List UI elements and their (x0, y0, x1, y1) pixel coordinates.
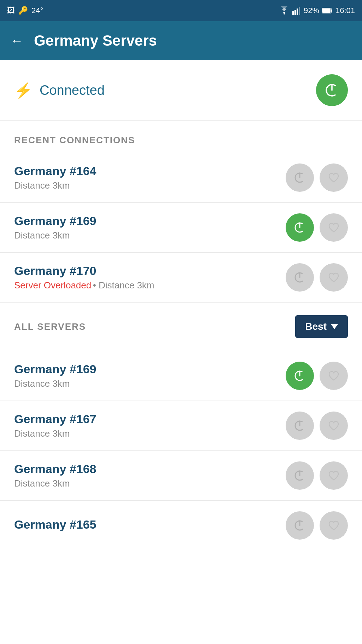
all-power-button-167[interactable] (286, 412, 314, 440)
svg-rect-3 (297, 8, 298, 15)
time: 16:01 (335, 6, 355, 15)
all-server-distance-168: Distance 3km (14, 478, 286, 489)
power-icon-170 (293, 271, 306, 284)
all-servers-label: ALL SERVERS (14, 321, 86, 332)
server-actions-164 (286, 163, 348, 192)
all-server-item-167: Germany #167 Distance 3km (0, 401, 362, 451)
recent-server-item-170: Germany #170 Server Overloaded • Distanc… (0, 253, 362, 303)
lightning-icon: ⚡ (14, 82, 33, 99)
distance-separator-170: • (93, 280, 99, 291)
all-power-icon-168 (293, 469, 306, 482)
all-server-item-165-partial: Germany #165 (0, 501, 362, 543)
all-server-name-165: Germany #165 (14, 518, 286, 531)
all-server-name-168: Germany #168 (14, 462, 286, 476)
heart-icon-170 (328, 272, 339, 283)
all-server-item-168: Germany #168 Distance 3km (0, 451, 362, 501)
all-favorite-button-165[interactable] (320, 511, 348, 540)
favorite-button-170[interactable] (320, 263, 348, 292)
chevron-down-icon (331, 324, 338, 329)
power-button-169-active[interactable] (286, 213, 314, 242)
all-favorite-button-167[interactable] (320, 412, 348, 440)
battery-icon (322, 7, 333, 14)
battery-text: 92% (304, 6, 319, 15)
server-actions-169 (286, 213, 348, 242)
page-title: Germany Servers (34, 32, 157, 49)
recent-connections-header: RECENT CONNECTIONS (0, 121, 362, 153)
all-server-info-165: Germany #165 (14, 518, 286, 534)
all-power-button-165[interactable] (286, 511, 314, 540)
server-info-169: Germany #169 Distance 3km (14, 214, 286, 241)
recent-server-item-164: Germany #164 Distance 3km (0, 153, 362, 203)
all-server-name-169: Germany #169 (14, 362, 286, 376)
app-header: ← Germany Servers (0, 21, 362, 60)
recent-server-item-169: Germany #169 Distance 3km (0, 203, 362, 253)
svg-rect-1 (292, 11, 294, 15)
status-bar: 🖼 🔑 24° 92% 16:01 (0, 0, 362, 21)
connection-status-left: ⚡ Connected (14, 82, 105, 99)
temperature: 24° (31, 6, 43, 15)
signal-icon (292, 6, 301, 15)
power-button-170[interactable] (286, 263, 314, 292)
server-status-170: Server Overloaded • Distance 3km (14, 280, 286, 291)
all-power-button-168[interactable] (286, 461, 314, 490)
server-info-164: Germany #164 Distance 3km (14, 164, 286, 191)
power-button-164[interactable] (286, 163, 314, 192)
server-name-164: Germany #164 (14, 164, 286, 178)
server-distance-164: Distance 3km (14, 180, 286, 191)
heart-icon-169 (328, 222, 339, 233)
server-info-170: Germany #170 Server Overloaded • Distanc… (14, 264, 286, 291)
svg-point-0 (284, 13, 285, 15)
sort-best-button[interactable]: Best (295, 315, 348, 338)
all-heart-icon-165 (328, 520, 339, 531)
all-heart-icon-167 (328, 420, 339, 431)
power-icon-164 (293, 171, 306, 184)
sort-label: Best (305, 321, 327, 332)
all-server-item-169: Germany #169 Distance 3km (0, 351, 362, 401)
server-name-170: Germany #170 (14, 264, 286, 278)
connection-status-section: ⚡ Connected (0, 60, 362, 121)
server-distance-170: Distance 3km (99, 280, 154, 291)
all-power-icon-165 (293, 519, 306, 532)
all-power-button-169-active[interactable] (286, 362, 314, 390)
power-icon-169 (293, 221, 306, 234)
power-icon-main (324, 82, 340, 98)
server-name-169: Germany #169 (14, 214, 286, 228)
all-server-distance-167: Distance 3km (14, 428, 286, 439)
favorite-button-169[interactable] (320, 213, 348, 242)
status-bar-left: 🖼 🔑 24° (7, 6, 43, 15)
favorite-button-164[interactable] (320, 163, 348, 192)
main-power-button[interactable] (316, 74, 348, 106)
all-server-actions-167 (286, 412, 348, 440)
all-server-actions-168 (286, 461, 348, 490)
back-button[interactable]: ← (11, 33, 23, 48)
svg-rect-4 (299, 7, 300, 15)
all-heart-icon-168 (328, 470, 339, 481)
status-bar-right: 92% 16:01 (279, 6, 355, 15)
all-favorite-button-168[interactable] (320, 461, 348, 490)
all-servers-section-header: ALL SERVERS Best (0, 303, 362, 351)
connection-status-text: Connected (40, 83, 105, 98)
all-server-actions-169 (286, 362, 348, 390)
svg-rect-6 (322, 8, 331, 13)
svg-rect-2 (294, 10, 296, 15)
all-server-name-167: Germany #167 (14, 412, 286, 426)
all-power-icon-167 (293, 419, 306, 432)
all-heart-icon-169 (328, 370, 339, 381)
server-distance-169: Distance 3km (14, 230, 286, 241)
all-power-icon-169 (293, 369, 306, 382)
wifi-icon (279, 6, 290, 15)
svg-rect-7 (331, 10, 332, 12)
key-icon: 🔑 (18, 6, 28, 15)
all-server-info-168: Germany #168 Distance 3km (14, 462, 286, 489)
all-server-info-169: Germany #169 Distance 3km (14, 362, 286, 389)
all-server-distance-169: Distance 3km (14, 378, 286, 389)
server-actions-170 (286, 263, 348, 292)
heart-icon-164 (328, 172, 339, 183)
main-content: ⚡ Connected RECENT CONNECTIONS Germany #… (0, 60, 362, 644)
all-server-info-167: Germany #167 Distance 3km (14, 412, 286, 439)
overloaded-label-170: Server Overloaded (14, 280, 91, 291)
all-favorite-button-169[interactable] (320, 362, 348, 390)
image-icon: 🖼 (7, 6, 15, 15)
all-server-actions-165 (286, 511, 348, 540)
